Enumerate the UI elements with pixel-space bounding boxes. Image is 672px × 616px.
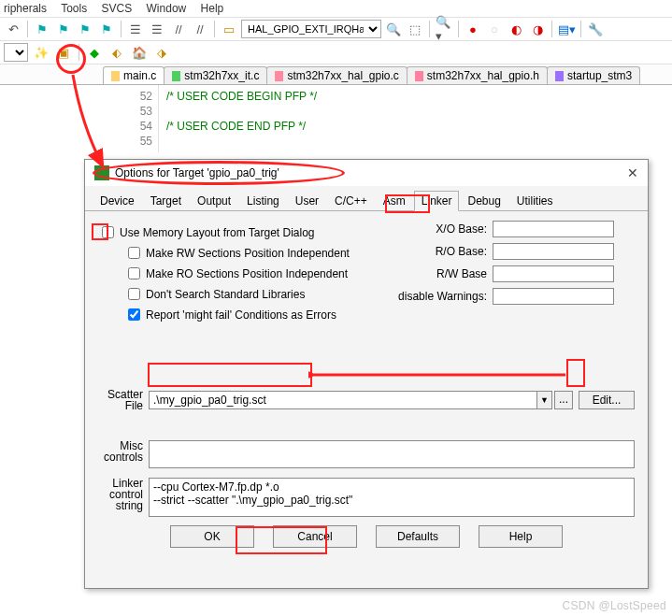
dialog-title-text: Options for Target 'gpio_pa0_trig' (115, 166, 279, 179)
bp-del-all-icon[interactable]: ◑ (528, 20, 547, 38)
line-gutter: 52535455 (103, 85, 159, 152)
comment-icon[interactable]: // (169, 20, 188, 38)
dialog-tab-target[interactable]: Target (143, 191, 189, 211)
mem-layout-label: Use Memory Layout from Target Dialog (120, 226, 315, 239)
rebuild-icon[interactable]: ⬖ (107, 43, 126, 62)
search-next-icon[interactable]: 🔍 (384, 20, 403, 38)
ok-button[interactable]: OK (170, 525, 254, 548)
watermark: CSDN @LostSpeed (563, 599, 666, 612)
menu-tools[interactable]: Tools (61, 2, 87, 15)
scatter-file-input[interactable] (149, 391, 537, 409)
mem-layout-checkbox[interactable] (102, 226, 114, 238)
code-editor[interactable]: 52535455 /* USER CODE BEGIN PFP */ /* US… (0, 85, 672, 152)
file-tab[interactable]: stm32h7xx_hal_gpio.h (407, 66, 548, 84)
base-fields: X/O Base: R/O Base: R/W Base disable War… (393, 221, 614, 310)
scatter-edit-button[interactable]: Edit... (579, 391, 635, 409)
scatter-browse-button[interactable]: ... (554, 391, 573, 409)
outdent-icon[interactable]: ☰ (148, 20, 166, 38)
might-fail-checkbox[interactable] (128, 308, 140, 321)
menu-window[interactable]: Window (147, 2, 187, 15)
help-button[interactable]: Help (479, 525, 563, 548)
bookmark-clear-icon[interactable]: ⚑ (97, 20, 116, 38)
search-prev-icon[interactable]: ⬚ (406, 20, 424, 38)
scatter-dropdown-icon[interactable]: ▼ (537, 391, 552, 409)
dialog-titlebar: Options for Target 'gpio_pa0_trig' ✕ (85, 160, 648, 186)
file-tab[interactable]: stm32h7xx_hal_gpio.c (266, 66, 407, 84)
dialog-tab-device[interactable]: Device (93, 191, 142, 211)
uncomment-icon[interactable]: // (191, 20, 209, 38)
menu-help[interactable]: Help (201, 2, 224, 15)
dialog-tabs: DeviceTargetOutputListingUserC/C++AsmLin… (85, 186, 648, 211)
indent-icon[interactable]: ☰ (126, 20, 145, 38)
file-tab[interactable]: main.c (103, 66, 164, 84)
target-select[interactable] (4, 43, 28, 62)
func-select[interactable]: HAL_GPIO_EXTI_IRQHand (241, 20, 381, 38)
magic-wand-icon[interactable]: ✨ (32, 43, 50, 62)
build-toolbar: ✨ ▣ ◆ ⬖ 🏠 ⬗ (0, 41, 672, 64)
bookmark-icon[interactable]: ⚑ (33, 20, 51, 38)
undo-icon[interactable]: ↶ (4, 20, 22, 38)
disable-warnings-input[interactable] (493, 288, 614, 305)
file-mgr-icon[interactable]: ▣ (54, 43, 73, 62)
dialog-tab-user[interactable]: User (288, 191, 326, 211)
misc-label: Misc controls (98, 440, 149, 468)
options-dialog: Options for Target 'gpio_pa0_trig' ✕ Dev… (84, 159, 649, 589)
close-icon[interactable]: ✕ (627, 165, 638, 180)
dialog-tab-output[interactable]: Output (190, 191, 238, 211)
bookmark-next-icon[interactable]: ⚑ (76, 20, 94, 38)
file-tab[interactable]: stm32h7xx_it.c (164, 66, 267, 84)
options-icon[interactable]: 🔧 (586, 20, 605, 38)
scatter-label: Scatter File (98, 389, 149, 411)
file-tab[interactable]: startup_stm3 (547, 66, 640, 84)
main-menu: ripherals Tools SVCS Window Help (0, 0, 672, 18)
ro-base-input[interactable] (493, 243, 614, 260)
dialog-tab-asm[interactable]: Asm (376, 191, 413, 211)
cancel-button[interactable]: Cancel (273, 525, 357, 548)
ro-pi-checkbox[interactable] (128, 267, 140, 279)
breakpoint-icon[interactable]: ● (464, 20, 482, 38)
dialog-tab-debug[interactable]: Debug (460, 191, 508, 211)
editor-tabs: main.cstm32h7xx_it.cstm32h7xx_hal_gpio.c… (0, 64, 672, 85)
linker-ctrl-label: Linker control string (98, 478, 149, 517)
code-content[interactable]: /* USER CODE BEGIN PFP */ /* USER CODE E… (159, 85, 324, 152)
misc-controls-input[interactable] (149, 440, 635, 468)
bookmark-prev-icon[interactable]: ⚑ (54, 20, 73, 38)
debug-icon[interactable]: 🔍▾ (435, 20, 453, 38)
rw-base-input[interactable] (493, 265, 614, 282)
no-stdlib-checkbox[interactable] (128, 288, 140, 300)
build-icon[interactable]: ◆ (85, 43, 104, 62)
xo-base-input[interactable] (493, 221, 614, 237)
dialog-tab-linker[interactable]: Linker (414, 191, 460, 211)
stop-build-icon[interactable]: ⬗ (152, 43, 171, 62)
menu-svcs[interactable]: SVCS (102, 2, 133, 15)
window-icon[interactable]: ▤▾ (557, 20, 576, 38)
defaults-button[interactable]: Defaults (376, 525, 460, 548)
rw-pi-checkbox[interactable] (128, 247, 140, 259)
menu-peripherals[interactable]: ripherals (4, 2, 47, 15)
dialog-tab-c/c++[interactable]: C/C++ (327, 191, 375, 211)
main-toolbar: ↶ ⚑ ⚑ ⚑ ⚑ ☰ ☰ // // ▭ HAL_GPIO_EXTI_IRQH… (0, 18, 672, 41)
batch-build-icon[interactable]: 🏠 (130, 43, 149, 62)
dialog-icon (94, 165, 109, 180)
dialog-tab-utilities[interactable]: Utilities (509, 191, 561, 211)
bp-disable-icon[interactable]: ○ (485, 20, 504, 38)
dialog-tab-listing[interactable]: Listing (239, 191, 287, 211)
bp-del-icon[interactable]: ◐ (507, 20, 525, 38)
linker-control-string (149, 478, 635, 517)
dialog-buttons: OK Cancel Defaults Help (85, 525, 648, 548)
file-icon[interactable]: ▭ (220, 20, 238, 38)
